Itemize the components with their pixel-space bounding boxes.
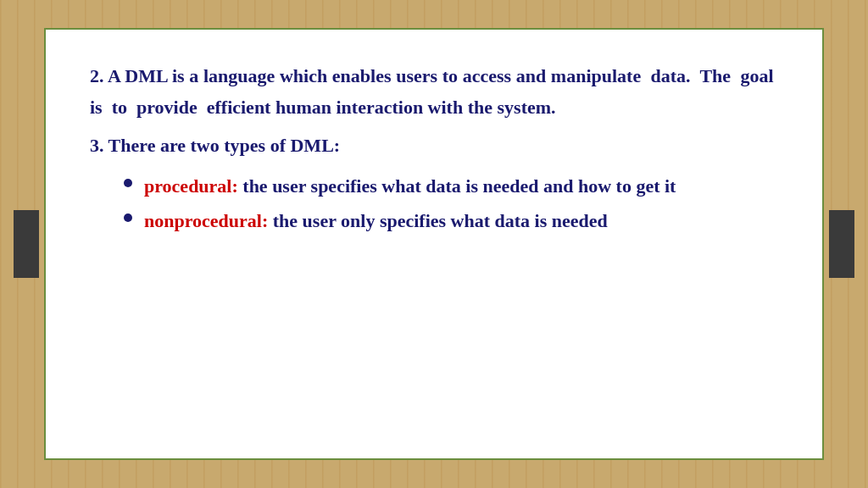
bullet-nonprocedural-text: nonprocedural: the user only specifies w… [144, 205, 608, 236]
keyword-procedural: procedural: [144, 175, 238, 197]
item-2-body: A DML is a language which enables users … [90, 65, 778, 118]
bullet-dot-1 [124, 179, 132, 187]
item-3-number: 3. [90, 135, 108, 156]
item-2-number: 2. [90, 65, 104, 86]
slide-content: 2. A DML is a language which enables use… [90, 60, 778, 241]
item-2-text: 2. A DML is a language which enables use… [90, 60, 778, 124]
bullet-item-procedural: procedural: the user specifies what data… [124, 170, 778, 202]
item-3-body: There are two types of DML: [108, 135, 341, 156]
item-2: 2. A DML is a language which enables use… [90, 60, 778, 124]
bullet-list: procedural: the user specifies what data… [90, 170, 778, 241]
item-3: 3. There are two types of DML: [90, 130, 778, 160]
item-3-text: 3. There are two types of DML: [90, 130, 778, 160]
bullet-procedural-text: procedural: the user specifies what data… [144, 170, 676, 202]
slide-container: 2. A DML is a language which enables use… [44, 28, 824, 460]
bullet-item-nonprocedural: nonprocedural: the user only specifies w… [124, 205, 778, 236]
keyword-nonprocedural: nonprocedural: [144, 210, 268, 231]
bullet-dot-2 [124, 214, 132, 222]
